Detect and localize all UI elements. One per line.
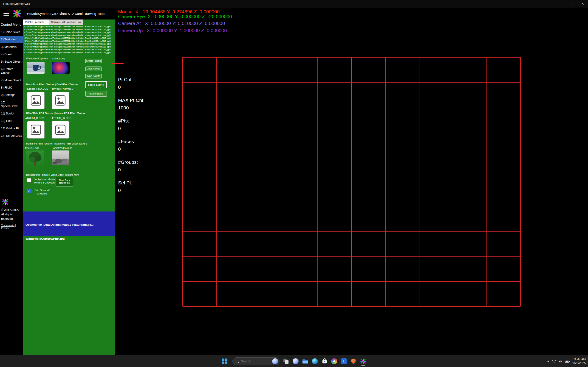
clock-time: 11:44 AM — [572, 358, 586, 361]
drawing-canvas[interactable]: Mouse X: -13.904468 Y: 9.274896 Z: 0.000… — [115, 8, 588, 355]
sidebar-menu-item[interactable]: 6) Rotate Object — [0, 65, 23, 77]
copilot-icon[interactable] — [292, 358, 299, 365]
tab-palette-filename[interactable]: Palette FileName — [23, 19, 49, 25]
texture-name-label: WindowsillCupNew — [26, 57, 48, 60]
palette-file-row[interactable]: C:\Users\hot3d\AppData\Local\Packages\38… — [23, 45, 115, 48]
sidebar-menu-item[interactable]: 5) Scale Object — [0, 58, 23, 65]
texture-name-label: SampleVideo.mp4 — [52, 147, 72, 149]
palette-file-row[interactable]: C:\Users\hot3d\AppData\Local\Packages\38… — [23, 51, 115, 54]
sidebar-menu-item[interactable]: 4) Draw! — [0, 51, 23, 58]
stat-value: 0 — [118, 83, 145, 91]
stat-value: 0 — [118, 145, 145, 153]
palette-file-row[interactable]: C:\Users\hot3d\AppData\Local\Packages\38… — [23, 25, 115, 28]
taskbar-search[interactable] — [233, 357, 279, 365]
thumbnail-toyrobot-normal[interactable] — [52, 92, 69, 109]
drawing-grid[interactable] — [183, 57, 520, 307]
sidebar-menu-item[interactable]: 9) Settings — [0, 91, 23, 99]
edge-browser-icon[interactable] — [312, 358, 318, 365]
palette-file-row[interactable]: C:\Users\hot3d\AppData\Local\Packages\38… — [23, 37, 115, 40]
taskbar-clock[interactable]: 11:44 AM 9/23/2025 — [572, 358, 586, 365]
thumbnail-toyrobot-rma[interactable] — [27, 92, 44, 109]
battery-icon[interactable] — [565, 360, 570, 363]
control-menu-sidebar: Control Menu 1) ColorPicker 2) Textures … — [0, 19, 23, 355]
close-button[interactable]: ✕ — [578, 0, 588, 8]
hot3dx-app-icon[interactable] — [360, 358, 366, 365]
palette-tabs: Palette FileName Sample Edit Filename Bo… — [23, 19, 115, 25]
thumbnail-sphere-png[interactable] — [52, 62, 69, 74]
window-controls: — ▢ ✕ — [556, 0, 588, 8]
l-app-icon[interactable]: L — [341, 358, 347, 365]
sidebar-menu-item[interactable]: 11) Sculpt — [0, 110, 23, 117]
texture-caption: Basic/Dual Effect Texture | Dual Effect … — [26, 83, 78, 86]
thumbnail-atrium-r[interactable] — [27, 121, 44, 139]
palette-file-row[interactable]: C:\Users\hot3d\AppData\Local\Packages\38… — [23, 48, 115, 51]
texture-caption: Background Texture | Video Effect Textur… — [26, 173, 79, 176]
palette-file-row[interactable]: C:\Users\hot3d\AppData\Local\Packages\38… — [23, 28, 115, 31]
sidebar-menu-item[interactable]: 2) Textures — [0, 36, 23, 43]
background-picture-checkbox[interactable]: ✓ — [27, 178, 32, 183]
trademarks-link[interactable]: Trademarks — [1, 224, 15, 227]
palette-file-row[interactable]: C:\Users\hot3d\AppData\Local\Packages\38… — [23, 31, 115, 34]
stat-block: #Pts: 0 — [118, 117, 145, 132]
save-palette-button[interactable]: Save Palette — [86, 74, 102, 78]
sidebar-footer: © Jeff Kubitz. All rights reserved. Trad… — [0, 198, 23, 232]
sidebar-menu-item[interactable]: 12) Help — [0, 117, 23, 125]
thumbnail-atrium-ir[interactable] — [52, 121, 69, 139]
sidebar-menu-item[interactable]: 8) FileIO — [0, 84, 23, 91]
task-view-button[interactable] — [283, 358, 289, 365]
stat-label: #Faces: — [118, 138, 145, 145]
copyright-text: © Jeff Kubitz. All rights reserved. — [0, 208, 23, 221]
grid-shows-checkbox[interactable]: ✓ — [27, 189, 32, 193]
file-explorer-icon[interactable] — [302, 358, 309, 365]
close-icon: ✕ — [582, 2, 584, 6]
stat-label: Pt Cnt: — [118, 76, 145, 83]
microsoft-store-icon[interactable] — [321, 358, 328, 365]
maximize-button[interactable]: ▢ — [567, 0, 578, 8]
stat-block: MAX Pt Cnt: 1000 — [118, 96, 145, 111]
sidebar-menu-item[interactable]: 7) Move Object — [0, 77, 23, 84]
thumbnail-windowsillcupnew[interactable] — [27, 62, 44, 74]
texture-caption: Radiance PBR Texture | Irradiance PBR Ef… — [26, 142, 87, 145]
search-input[interactable] — [241, 359, 269, 363]
status-line-1: Opened file LoadDefaultImage1 TextureIma… — [26, 223, 112, 227]
sidebar-menu-item[interactable]: 10) SphereDraw — [0, 99, 23, 110]
palette-file-row[interactable]: C:\Users\hot3d\AppData\Local\Packages\38… — [23, 40, 115, 43]
show-background-pic-button[interactable]: Show Back ground pic — [56, 177, 73, 186]
photos-app-icon[interactable] — [331, 358, 337, 365]
status-line-2: WindowsillCupNewPBR.jpg — [26, 236, 112, 241]
clock-date: 9/23/2025 — [572, 361, 586, 365]
texture-name-label: ATRIUM_R.DDS — [25, 117, 44, 119]
search-highlights-icon[interactable] — [272, 358, 278, 364]
thumbnail-samplevideo[interactable] — [52, 150, 69, 165]
image-placeholder-icon — [31, 95, 41, 106]
start-button[interactable] — [220, 357, 229, 366]
stat-block: Pt Cnt: 0 — [118, 76, 145, 91]
readout-line: Camera At X: 0.000000 Y: 0.010000 Z: 0.0… — [118, 21, 225, 26]
wifi-icon[interactable] — [552, 360, 556, 363]
minimize-button[interactable]: — — [556, 0, 567, 8]
open-palette-button[interactable]: Open Palette — [86, 67, 102, 71]
sidebar-menu-item[interactable]: 14) ScreenGrab — [0, 132, 23, 140]
texture-name-label: ATRIUM_IR.DDS — [52, 117, 71, 119]
sidebar-menu-item[interactable]: 3) Materials — [0, 43, 23, 51]
texture-name-input[interactable] — [86, 81, 107, 88]
image-placeholder-icon — [31, 125, 41, 135]
sidebar-menu-item[interactable]: 13) Grid or Pic — [0, 125, 23, 132]
privacy-link[interactable]: Privacy — [1, 227, 9, 229]
tab-sample-edit-filename[interactable]: Sample Edit Filename Box — [49, 19, 83, 25]
check-icon: ✓ — [28, 190, 31, 193]
palette-file-row[interactable]: C:\Users\hot3d\AppData\Local\Packages\38… — [23, 34, 115, 37]
create-palette-button[interactable]: Create Palette — [86, 59, 102, 63]
security-shield-icon[interactable] — [350, 358, 357, 365]
texture-name-label: Toyrobot_Normal.D — [52, 87, 73, 90]
sidebar-heading: Control Menu — [0, 19, 23, 28]
hidden-icons-chevron[interactable] — [546, 360, 549, 362]
stat-block: #Groups: 0 — [118, 158, 145, 173]
sidebar-menu-item[interactable]: 1) ColorPicker — [0, 28, 23, 36]
texture-name-button[interactable]: Texture Name — [86, 91, 107, 97]
hamburger-menu-icon[interactable] — [3, 12, 9, 16]
palette-file-row[interactable]: C:\Users\hot3d\AppData\Local\Packages\38… — [23, 42, 115, 45]
page-title: Hot3dxSymmetry3D DirectX12 Xaml Drawing … — [27, 12, 105, 16]
volume-icon[interactable] — [559, 360, 562, 363]
thumbnail-tree[interactable] — [26, 150, 44, 167]
